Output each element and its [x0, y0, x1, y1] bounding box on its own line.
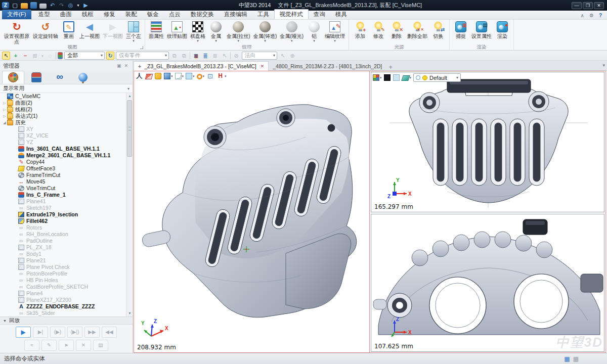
doc-tab-active[interactable]: _Z3_GL_BrakesModelB_2013.Z3 - [C_ViseMC]…	[134, 61, 269, 71]
multi-view-icon[interactable]: ▾	[373, 74, 382, 81]
delete-tool-button[interactable]: ✕	[76, 340, 91, 351]
ribbon-button[interactable]: 删除全部	[406, 21, 429, 43]
ribbon-button[interactable]: 切换	[429, 21, 447, 43]
menu-tab[interactable]: 线框	[77, 10, 99, 19]
ribbon-button[interactable]: 金属▾	[207, 21, 225, 43]
expander-icon[interactable]: ▷	[2, 106, 7, 113]
dialog-launcher-icon[interactable]	[140, 46, 143, 49]
ribbon-button[interactable]: 金属(铸造)▾	[252, 21, 279, 43]
tree-filter-select[interactable]: 显示常用	[0, 84, 133, 93]
normal-filter-select[interactable]: 法向	[242, 52, 277, 60]
state-tool-button[interactable]: ▤	[93, 340, 108, 351]
expander-icon[interactable]: ▷	[2, 113, 7, 119]
shaded-display-icon[interactable]: ▾	[164, 73, 173, 79]
tree-item[interactable]: Ins_3601_CAL_BASE_VH.1.1	[0, 146, 126, 152]
pick-point-icon[interactable]: ⊕	[288, 52, 296, 60]
tree-item[interactable]: HB Pin Holes	[0, 277, 126, 284]
play-to-feature-button[interactable]: (▶|)	[67, 327, 82, 338]
tree-item[interactable]: ▷ 线框(2)	[0, 106, 126, 113]
tree-item[interactable]: Sketch197	[0, 205, 126, 211]
window-select-arrow[interactable]: ▾	[40, 52, 45, 60]
ribbon-button[interactable]: 捕捉	[452, 21, 470, 43]
tree-item[interactable]: ViseTrimCut	[0, 185, 126, 192]
part-filter-select[interactable]: 仅有零件	[116, 52, 169, 60]
panel-pin-icon[interactable]: ▣	[115, 63, 123, 68]
separator[interactable]	[230, 52, 231, 59]
tab-overflow-arrow[interactable]: ▾	[602, 63, 605, 68]
tree-item[interactable]: Plane4	[0, 290, 126, 297]
menu-tab[interactable]: 装配	[120, 10, 142, 19]
ribbon-button[interactable]: 下一视图	[101, 21, 124, 43]
tree-item[interactable]: ZZZZZ_ENDOFBASE_ZZZZ	[0, 303, 126, 310]
tree-item[interactable]: Plane41	[0, 198, 126, 205]
tree-item[interactable]: CastBoreProfile_SKETCH	[0, 284, 126, 290]
playback-header[interactable]: 回放	[0, 316, 133, 325]
viewport-front[interactable]: ▾▾ Default	[371, 72, 604, 212]
viewport-top[interactable]: ZX 107.625 mm 中望3D	[371, 214, 604, 352]
regen-icon[interactable]: ↻	[106, 52, 114, 60]
tree-item[interactable]: Plane Pivot Check	[0, 264, 126, 270]
background-black-icon[interactable]	[384, 74, 391, 81]
tree-scrollbar[interactable]: ▲ ▼	[126, 93, 133, 316]
ribbon-button[interactable]: 棋盘格▾	[189, 21, 207, 43]
tree-item[interactable]: Ins_C_Frame_1	[0, 192, 126, 198]
tree-item[interactable]: Copy44	[0, 159, 126, 165]
ribbon-button[interactable]: 重画	[60, 21, 78, 43]
app-logo[interactable]: Z	[2, 2, 9, 9]
rewind-button[interactable]: ◀◀	[102, 327, 117, 338]
pick-normal-icon[interactable]: ↖	[279, 52, 287, 60]
expander-icon[interactable]: ▷	[2, 100, 7, 106]
tree-item[interactable]: XZ_VICE	[0, 132, 126, 139]
ribbon-button[interactable]: 修改	[369, 21, 387, 43]
ribbon-button[interactable]: 渲染	[493, 21, 511, 43]
ribbon-button[interactable]: 金属(哑光)▾	[278, 21, 305, 43]
menu-tab[interactable]: 模具	[330, 10, 352, 19]
tree-item[interactable]: FrameTrimCut	[0, 172, 126, 178]
window-select-icon[interactable]: ⊞	[31, 52, 39, 60]
tree-item[interactable]: PistonBoreProfile	[0, 270, 126, 277]
clipboard-icon[interactable]	[155, 73, 162, 79]
tree-item[interactable]: Rotors	[0, 224, 126, 231]
panel-close-icon[interactable]: ✕	[122, 63, 129, 68]
wireframe-display-icon[interactable]: ▾	[175, 73, 184, 79]
menu-tab[interactable]: 数据交换	[186, 10, 219, 19]
tab-view-manager[interactable]	[72, 71, 94, 84]
play-button[interactable]: ▶	[16, 327, 31, 338]
ribbon-button[interactable]: 编辑纹理▾	[323, 21, 346, 43]
view-target-icon[interactable]: ◎	[67, 2, 74, 9]
tree-item[interactable]: Fillet462	[0, 218, 126, 224]
remove-selection-icon[interactable]: −	[21, 52, 29, 60]
save-icon[interactable]	[30, 2, 37, 9]
unlink-icon[interactable]: ⧉	[180, 52, 188, 60]
tree-item[interactable]: Merge2_3601_CAL_BASE_VH.1.1	[0, 152, 126, 159]
minimize-button[interactable]: —	[572, 2, 582, 9]
menu-tab[interactable]: 视觉样式	[274, 9, 309, 19]
tab-visibility-manager[interactable]	[49, 71, 71, 84]
filter-list-plain-icon[interactable]: ≣	[211, 52, 219, 60]
menu-tab[interactable]: 点云	[164, 10, 186, 19]
ribbon-button[interactable]: 纹理贴图	[165, 21, 189, 43]
menu-tab[interactable]: 文件(F)	[2, 10, 31, 19]
separator[interactable]	[190, 52, 190, 59]
separator[interactable]	[56, 52, 56, 59]
color-filter-icon[interactable]	[58, 52, 63, 59]
scope-filter-select[interactable]: 全部	[64, 52, 105, 60]
tree-item[interactable]: Body1	[0, 251, 126, 257]
ribbon-button[interactable]: 三个左▾	[124, 21, 143, 43]
close-button[interactable]: ✕	[594, 2, 604, 9]
redo-icon[interactable]: ↷	[58, 2, 65, 9]
eraser-icon[interactable]	[146, 73, 153, 79]
tab-close-icon[interactable]: ✕	[261, 64, 265, 69]
scroll-thumb[interactable]	[127, 100, 132, 157]
fast-forward-button[interactable]: ▶▶	[84, 327, 100, 338]
play-feature-button[interactable]: (▶)	[50, 327, 65, 338]
tree-item[interactable]: Sk35_Slider	[0, 310, 126, 316]
print-icon[interactable]	[39, 4, 47, 9]
filter-list-icon[interactable]: ≣	[192, 52, 200, 60]
new-file-icon[interactable]: ▢	[12, 2, 18, 9]
tab-history-manager[interactable]	[2, 71, 24, 84]
link-icon[interactable]: ⧉	[170, 52, 179, 60]
tree-item[interactable]: ▷ 表达式(1)	[0, 113, 126, 119]
select-arrow-icon[interactable]: ↖	[2, 52, 10, 60]
shaded-face-icon[interactable]: ▾	[402, 74, 412, 81]
